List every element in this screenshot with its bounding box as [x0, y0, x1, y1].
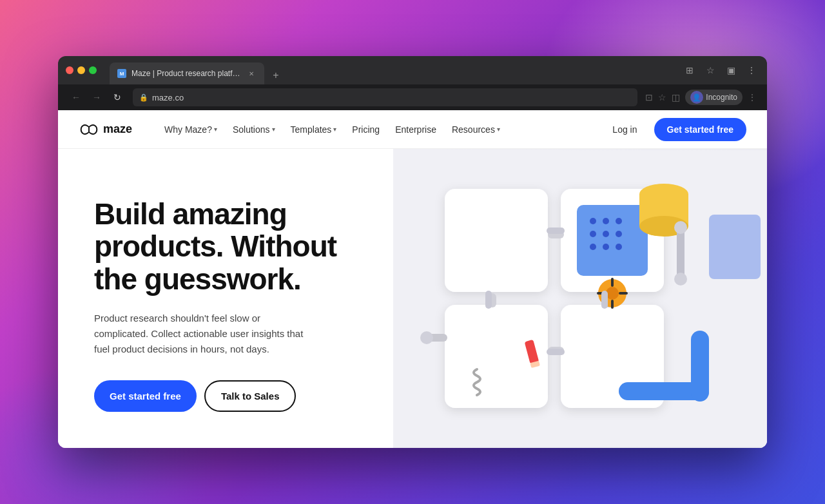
addressbar-actions: ⊡ ☆ ◫ 👤 Incognito ⋮ — [645, 90, 757, 105]
chrome-menu-icon[interactable]: ⋮ — [748, 92, 757, 102]
incognito-avatar: 👤 — [690, 91, 703, 104]
maximize-button[interactable] — [89, 66, 97, 74]
nav-cta-button[interactable]: Get started free — [654, 118, 746, 141]
reload-button[interactable]: ↻ — [110, 90, 125, 105]
chevron-down-icon: ▾ — [272, 126, 275, 133]
tab-close-button[interactable]: ✕ — [246, 68, 257, 79]
logo-icon — [79, 123, 99, 136]
website: maze Why Maze? ▾ Solutions ▾ Templates ▾… — [58, 110, 767, 448]
logo-text: maze — [103, 122, 132, 136]
nav-why-maze-label: Why Maze? — [164, 124, 212, 135]
hero-illustration-svg — [393, 149, 767, 448]
svg-point-8 — [590, 231, 596, 237]
tab-title: Maze | Product research platfo... — [131, 69, 241, 78]
svg-rect-40 — [601, 291, 608, 309]
tab-bar: M Maze | Product research platfo... ✕ + — [110, 56, 677, 84]
back-button[interactable]: ← — [68, 90, 84, 105]
lock-icon: 🔒 — [139, 93, 148, 102]
hero-title: Build amazing products. Without the gues… — [94, 198, 373, 296]
svg-point-12 — [603, 244, 609, 250]
nav-resources[interactable]: Resources ▾ — [445, 121, 507, 139]
menu-icon[interactable]: ⋮ — [744, 63, 759, 78]
nav-right: Log in Get started free — [606, 118, 746, 141]
svg-point-7 — [616, 218, 622, 224]
hero-buttons: Get started free Talk to Sales — [94, 380, 373, 412]
nav-why-maze[interactable]: Why Maze? ▾ — [158, 121, 224, 139]
svg-point-36 — [420, 331, 433, 344]
svg-rect-4 — [577, 205, 648, 276]
cast-icon[interactable]: ⊡ — [645, 92, 653, 102]
svg-rect-1 — [445, 189, 548, 292]
chevron-down-icon: ▾ — [214, 126, 217, 133]
nav-solutions-label: Solutions — [233, 124, 270, 135]
svg-point-10 — [616, 231, 622, 237]
address-bar[interactable]: 🔒 maze.co — [133, 88, 637, 106]
nav-pricing[interactable]: Pricing — [345, 121, 386, 139]
extensions-icon[interactable]: ⊞ — [682, 63, 697, 78]
nav-links: Why Maze? ▾ Solutions ▾ Templates ▾ Pric… — [158, 121, 606, 139]
svg-point-5 — [590, 218, 596, 224]
close-button[interactable] — [66, 66, 73, 74]
titlebar-right: ⊞ ☆ ▣ ⋮ — [682, 63, 759, 78]
titlebar: M Maze | Product research platfo... ✕ + … — [58, 56, 767, 84]
chevron-down-icon: ▾ — [497, 126, 500, 133]
incognito-button[interactable]: 👤 Incognito — [685, 90, 742, 105]
chevron-down-icon: ▾ — [333, 126, 336, 133]
nav-templates[interactable]: Templates ▾ — [284, 121, 344, 139]
hero-illustration-area — [393, 149, 767, 448]
forward-button[interactable]: → — [89, 90, 104, 105]
nav-buttons: ← → ↻ — [68, 90, 125, 105]
incognito-label: Incognito — [706, 93, 737, 102]
new-tab-button[interactable]: + — [267, 66, 285, 84]
hero-subtitle: Product research shouldn't feel slow or … — [94, 311, 313, 357]
svg-rect-29 — [691, 331, 709, 402]
url-text: maze.co — [152, 93, 184, 102]
nav-enterprise[interactable]: Enterprise — [389, 121, 443, 139]
tab-favicon: M — [117, 69, 126, 78]
browser-window: M Maze | Product research platfo... ✕ + … — [58, 56, 767, 448]
hero-content: Build amazing products. Without the gues… — [58, 149, 393, 448]
nav-enterprise-label: Enterprise — [395, 124, 436, 135]
nav-solutions[interactable]: Solutions ▾ — [226, 121, 282, 139]
tab-strip-icon[interactable]: ▣ — [723, 63, 739, 78]
svg-rect-37 — [709, 215, 761, 279]
nav-templates-label: Templates — [291, 124, 332, 135]
site-logo[interactable]: maze — [79, 122, 132, 136]
hero-cta-primary[interactable]: Get started free — [94, 380, 197, 412]
minimize-button[interactable] — [77, 66, 85, 74]
login-button[interactable]: Log in — [606, 121, 643, 139]
svg-rect-38 — [547, 228, 565, 234]
svg-point-34 — [674, 273, 687, 286]
svg-rect-39 — [485, 291, 492, 309]
tab-icon[interactable]: ◫ — [672, 92, 680, 102]
active-tab[interactable]: M Maze | Product research platfo... ✕ — [110, 63, 264, 84]
hero-section: Build amazing products. Without the gues… — [58, 149, 767, 448]
star-icon[interactable]: ☆ — [658, 92, 666, 102]
svg-point-6 — [603, 218, 609, 224]
hero-cta-secondary[interactable]: Talk to Sales — [204, 380, 296, 412]
svg-point-33 — [674, 221, 687, 234]
nav-resources-label: Resources — [452, 124, 495, 135]
svg-point-13 — [616, 244, 622, 250]
nav-pricing-label: Pricing — [352, 124, 380, 135]
svg-point-11 — [590, 244, 596, 250]
bookmark-icon[interactable]: ☆ — [703, 63, 718, 78]
svg-point-9 — [603, 231, 609, 237]
traffic-lights — [66, 66, 97, 74]
site-nav: maze Why Maze? ▾ Solutions ▾ Templates ▾… — [58, 110, 767, 149]
addressbar: ← → ↻ 🔒 maze.co ⊡ ☆ ◫ 👤 Incognito ⋮ — [58, 84, 767, 110]
svg-rect-41 — [547, 349, 565, 355]
svg-rect-32 — [677, 228, 684, 279]
